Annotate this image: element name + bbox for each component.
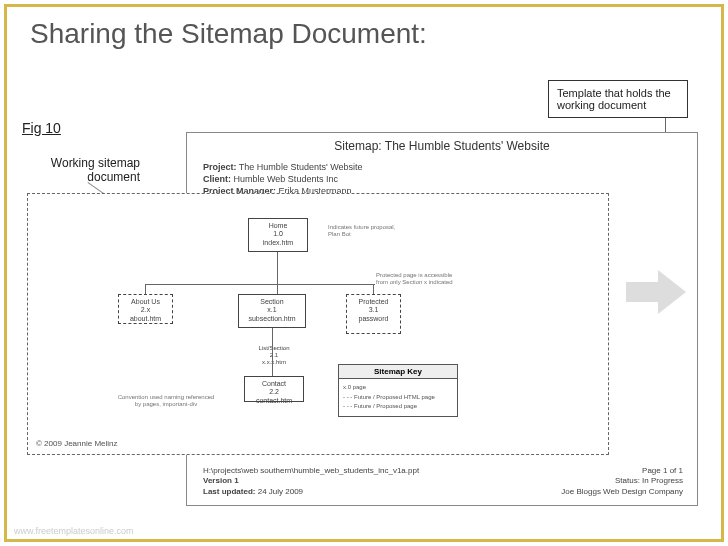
connector [277, 252, 278, 294]
node-list: List/Section2.1x.x.x.htm [244, 342, 304, 370]
key-row: - - - Future / Proposed page [343, 402, 453, 412]
key-row: - - - Future / Proposed HTML page [343, 393, 453, 403]
outer-document-template: Sitemap: The Humble Students' Website Pr… [186, 132, 698, 506]
company-name: Joe Bloggs Web Design Company [561, 487, 683, 497]
connector [272, 328, 273, 376]
page-number: Page 1 of 1 [561, 466, 683, 476]
sitemap-key: Sitemap Key x.0 page - - - Future / Prop… [338, 364, 458, 417]
project-value: The Humble Students' Website [239, 162, 363, 172]
note-convention: Convention used naming referenced by pag… [116, 394, 216, 408]
updated-value: 24 July 2009 [258, 487, 303, 496]
node-about: About Us2.xabout.htm [118, 294, 173, 324]
page-title: Sharing the Sitemap Document: [30, 18, 427, 50]
connector [373, 284, 374, 294]
note-protected: Protected page is accessible from only S… [376, 272, 456, 286]
status-value: In Progress [642, 476, 683, 485]
sitemap-key-body: x.0 page - - - Future / Proposed HTML pa… [339, 379, 457, 416]
inner-working-document: Home1.0index.htm About Us2.xabout.htm Se… [27, 193, 609, 455]
project-label: Project: [203, 162, 237, 172]
updated-label: Last updated: [203, 487, 255, 496]
node-section: Sectionx.1subsection.htm [238, 294, 306, 328]
footer-right: Page 1 of 1 Status: In Progress Joe Blog… [561, 466, 683, 497]
client-label: Client: [203, 174, 231, 184]
figure-label: Fig 10 [22, 120, 61, 136]
outer-doc-title: Sitemap: The Humble Students' Website [187, 139, 697, 153]
file-path: H:\projects\web southern\humble_web_stud… [203, 466, 419, 476]
inner-copyright: © 2009 Jeannie Melinz [36, 439, 118, 448]
node-protected: Protected3.1password [346, 294, 401, 334]
connector [145, 284, 375, 285]
key-row: x.0 page [343, 383, 453, 393]
callout-working-doc: Working sitemap document [28, 150, 148, 190]
arrow-right-icon [658, 270, 686, 314]
connector [145, 284, 146, 294]
note-future-proposal: Indicates future proposal, Plan Bot [328, 224, 408, 238]
sitemap-key-title: Sitemap Key [339, 365, 457, 379]
node-contact: Contact2.2contact.htm [244, 376, 304, 402]
node-home: Home1.0index.htm [248, 218, 308, 252]
footer-left: H:\projects\web southern\humble_web_stud… [203, 466, 419, 497]
client-value: Humble Web Students Inc [234, 174, 338, 184]
callout-template: Template that holds the working document [548, 80, 688, 118]
version-label: Version 1 [203, 476, 419, 486]
watermark: www.freetemplatesonline.com [14, 526, 134, 536]
status-label: Status: [615, 476, 640, 485]
